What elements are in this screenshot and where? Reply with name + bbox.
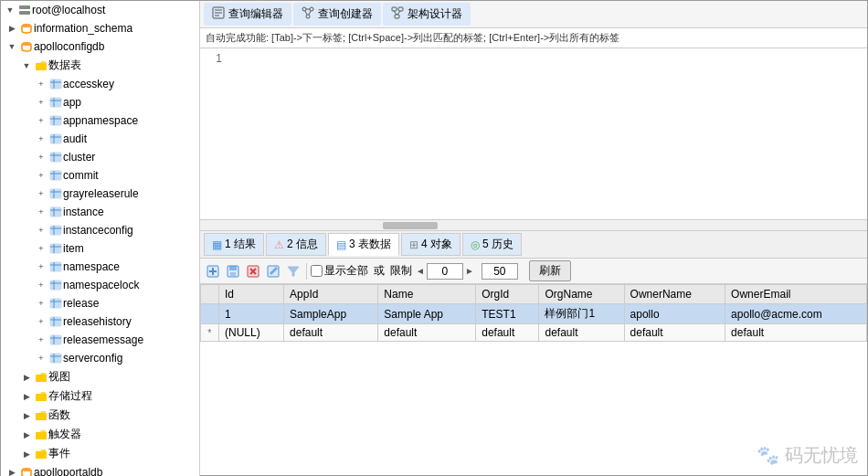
limit-input[interactable]: 0 bbox=[427, 263, 463, 280]
sidebar-item-releasemessage[interactable]: + releasemessage bbox=[1, 331, 199, 349]
cell-orgid-1[interactable]: TEST1 bbox=[476, 304, 539, 324]
rtool-btn-edit[interactable] bbox=[264, 262, 282, 280]
col-header-name[interactable]: Name bbox=[378, 285, 476, 304]
sidebar-item-procedures-folder[interactable]: ▶ 存储过程 bbox=[1, 386, 199, 406]
tab-query-editor[interactable]: 查询编辑器 bbox=[204, 3, 291, 26]
col-header-id[interactable]: Id bbox=[219, 285, 284, 304]
cell-ownername-1[interactable]: apollo bbox=[624, 304, 725, 324]
expand-icon-apolloconfigdb[interactable]: ▼ bbox=[5, 39, 19, 54]
editor-content[interactable] bbox=[200, 48, 867, 56]
limit-left-arrow[interactable]: ◄ bbox=[416, 266, 425, 276]
cell-orgname-1[interactable]: 样例部门1 bbox=[539, 304, 624, 324]
expand-icon-app[interactable]: + bbox=[34, 95, 48, 110]
refresh-button[interactable]: 刷新 bbox=[529, 260, 571, 281]
sidebar-item-events-folder[interactable]: ▶ 事件 bbox=[1, 444, 199, 463]
cell-id-1[interactable]: 1 bbox=[219, 304, 284, 324]
expand-icon-commit[interactable]: + bbox=[34, 168, 48, 183]
scrollbar-thumb-h[interactable] bbox=[383, 222, 438, 229]
expand-icon-item[interactable]: + bbox=[34, 241, 48, 256]
cell-orgid-2[interactable]: default bbox=[476, 324, 539, 342]
expand-icon-instanceconfig[interactable]: + bbox=[34, 223, 48, 238]
tab-query-builder[interactable]: 查询创建器 bbox=[293, 3, 381, 26]
expand-icon-release[interactable]: + bbox=[34, 296, 48, 311]
expand-icon-cluster[interactable]: + bbox=[34, 150, 48, 164]
sidebar-item-releasehistory[interactable]: + releasehistory bbox=[1, 312, 199, 331]
col-header-appid[interactable]: AppId bbox=[284, 285, 378, 304]
expand-icon-events[interactable]: ▶ bbox=[19, 447, 34, 461]
sidebar-item-item[interactable]: + item bbox=[1, 239, 199, 258]
col-header-owneremail[interactable]: OwnerEmail bbox=[725, 285, 867, 304]
sidebar-item-apolloportaldb[interactable]: ▶ apolloportaldb bbox=[1, 463, 199, 476]
sidebar-item-cluster[interactable]: + cluster bbox=[1, 148, 199, 166]
rtool-btn-delete[interactable] bbox=[244, 262, 262, 280]
sidebar-item-release[interactable]: + release bbox=[1, 294, 199, 312]
expand-icon-apolloportaldb[interactable]: ▶ bbox=[5, 465, 19, 476]
sidebar-item-app[interactable]: + app bbox=[1, 93, 199, 111]
sidebar-item-appnamespace[interactable]: + appnamespace bbox=[1, 111, 199, 130]
sidebar-item-namespace[interactable]: + namespace bbox=[1, 258, 199, 276]
sidebar-item-namespacelock[interactable]: + namespacelock bbox=[1, 276, 199, 294]
sidebar-item-instance[interactable]: + instance bbox=[1, 203, 199, 221]
cell-appid-2[interactable]: default bbox=[284, 324, 378, 342]
query-editor-area[interactable]: 1 bbox=[200, 48, 867, 231]
sidebar-item-triggers-folder[interactable]: ▶ 触发器 bbox=[1, 425, 199, 444]
cell-owneremail-2[interactable]: default bbox=[725, 324, 867, 342]
sidebar-item-audit[interactable]: + audit bbox=[1, 130, 199, 148]
expand-icon-root[interactable]: ▼ bbox=[3, 3, 17, 17]
table-row[interactable]: 1 SampleApp Sample App TEST1 样例部门1 apoll… bbox=[201, 304, 867, 324]
tab-objects[interactable]: ⊞ 4 对象 bbox=[401, 233, 460, 256]
expand-icon-views[interactable]: ▶ bbox=[19, 370, 34, 385]
sidebar-item-commit[interactable]: + commit bbox=[1, 166, 199, 185]
cell-id-2[interactable]: (NULL) bbox=[219, 324, 284, 342]
expand-icon-namespace[interactable]: + bbox=[34, 259, 48, 274]
sidebar-item-views-folder[interactable]: ▶ 视图 bbox=[1, 367, 199, 386]
cell-name-2[interactable]: default bbox=[378, 324, 476, 342]
sidebar-item-serverconfig[interactable]: + serverconfig bbox=[1, 349, 199, 367]
rtool-btn-save[interactable] bbox=[224, 262, 242, 280]
page-size-input[interactable]: 50 bbox=[482, 263, 518, 280]
sidebar-item-functions-folder[interactable]: ▶ 函数 bbox=[1, 406, 199, 425]
expand-icon-information_schema[interactable]: ▶ bbox=[5, 21, 19, 36]
expand-icon-procedures[interactable]: ▶ bbox=[19, 389, 34, 404]
sidebar-item-information_schema[interactable]: ▶ information_schema bbox=[1, 19, 199, 37]
expand-icon-triggers[interactable]: ▶ bbox=[19, 428, 34, 442]
table-row[interactable]: * (NULL) default default default default… bbox=[201, 324, 867, 342]
cell-ownername-2[interactable]: default bbox=[624, 324, 725, 342]
horizontal-scrollbar[interactable] bbox=[200, 219, 867, 230]
cell-orgname-2[interactable]: default bbox=[539, 324, 624, 342]
expand-icon-serverconfig[interactable]: + bbox=[34, 351, 48, 365]
expand-icon-appnamespace[interactable]: + bbox=[34, 113, 48, 128]
tab-schema-designer[interactable]: 架构设计器 bbox=[383, 3, 471, 26]
sidebar-item-tables-folder[interactable]: ▼ 数据表 bbox=[1, 56, 199, 75]
data-table-container[interactable]: Id AppId Name OrgId OrgName OwnerName Ow… bbox=[200, 284, 867, 476]
expand-icon-releasehistory[interactable]: + bbox=[34, 314, 48, 329]
limit-right-arrow[interactable]: ► bbox=[465, 266, 474, 276]
expand-icon-tables[interactable]: ▼ bbox=[19, 58, 34, 73]
sidebar-item-grayreleaserule[interactable]: + grayreleaserule bbox=[1, 185, 199, 203]
cell-name-1[interactable]: Sample App bbox=[378, 304, 476, 324]
expand-icon-namespacelock[interactable]: + bbox=[34, 278, 48, 292]
cell-appid-1[interactable]: SampleApp bbox=[284, 304, 378, 324]
rtool-btn-filter[interactable] bbox=[284, 262, 302, 280]
expand-icon-grayreleaserule[interactable]: + bbox=[34, 186, 48, 201]
expand-icon-functions[interactable]: ▶ bbox=[19, 408, 34, 423]
col-header-orgid[interactable]: OrgId bbox=[476, 285, 539, 304]
tab-results[interactable]: ▦ 1 结果 bbox=[204, 233, 264, 256]
col-header-orgname[interactable]: OrgName bbox=[539, 285, 624, 304]
show-all-checkbox[interactable]: 显示全部 bbox=[311, 263, 368, 279]
expand-icon-audit[interactable]: + bbox=[34, 132, 48, 146]
show-all-input[interactable] bbox=[311, 265, 323, 277]
expand-icon-releasemessage[interactable]: + bbox=[34, 333, 48, 347]
sidebar[interactable]: ▼ root@localhost ▶ information_schema ▼ … bbox=[1, 1, 200, 476]
expand-icon-instance[interactable]: + bbox=[34, 205, 48, 219]
sidebar-item-instanceconfig[interactable]: + instanceconfig bbox=[1, 221, 199, 239]
rtool-btn-add[interactable] bbox=[204, 262, 222, 280]
cell-owneremail-1[interactable]: apollo@acme.com bbox=[725, 304, 867, 324]
sidebar-item-accesskey[interactable]: + accesskey bbox=[1, 75, 199, 93]
sidebar-item-root[interactable]: ▼ root@localhost bbox=[1, 1, 199, 19]
sidebar-item-apolloconfigdb[interactable]: ▼ apolloconfigdb bbox=[1, 37, 199, 56]
tab-tabledata[interactable]: ▤ 3 表数据 bbox=[328, 233, 399, 256]
tab-info[interactable]: ⚠ 2 信息 bbox=[266, 233, 326, 256]
tab-history[interactable]: ◎ 5 历史 bbox=[462, 233, 522, 256]
col-header-ownername[interactable]: OwnerName bbox=[624, 285, 725, 304]
